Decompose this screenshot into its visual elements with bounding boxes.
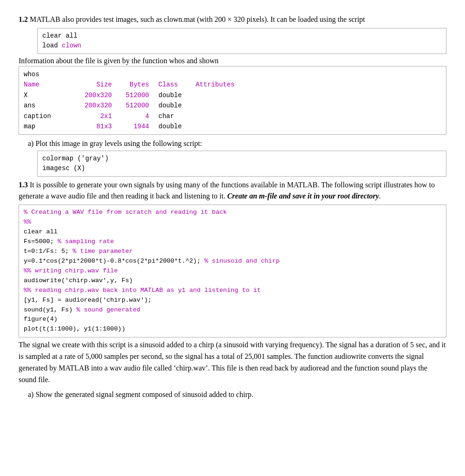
code-block-3: % Creating a WAV file from scratch and r… <box>19 205 446 337</box>
col-hdr-attr: Attributes <box>196 79 251 90</box>
section-13-bold-italic: Create an m-file and save it in your roo… <box>227 192 379 200</box>
code-line-10: [y1, Fs] = audioread('chirp.wav'); <box>24 296 441 305</box>
code-line-9: %% reading chirp.wav back into MATLAB as… <box>24 286 441 296</box>
code-line-7: %% writing chirp.wav file <box>24 266 441 276</box>
section-12-subitem-a: a) Plot this image in gray levels using … <box>28 139 446 148</box>
whos-row-ans: ans 200x320 512000 double <box>24 100 441 111</box>
section-12: 1.2 MATLAB also provides test images, su… <box>19 14 446 177</box>
whos-row-map: map 81x3 1944 double <box>24 121 441 132</box>
section-12-text: MATLAB also provides test images, such a… <box>28 15 365 23</box>
code-block-1: clear all load clown <box>37 28 446 54</box>
code-line-load: load clown <box>42 41 441 51</box>
info-text: Information about the file is given by t… <box>19 57 446 65</box>
whos-header-row: Name Size Bytes Class Attributes <box>24 79 441 90</box>
code-line-4: Fs=5000; % sampling rate <box>24 237 441 247</box>
code-line-6: y=0.1*cos(2*pi*2000*t)-0.8*cos(2*pi*2000… <box>24 257 441 266</box>
section-13-bold: 1.3 <box>19 181 28 189</box>
code-line-3: clear all <box>24 227 441 237</box>
section-13-header: 1.3 It is possible to generate your own … <box>19 179 446 202</box>
code-line-1: % Creating a WAV file from scratch and r… <box>24 208 441 218</box>
section-13-subitem-a: a) Show the generated signal segment com… <box>28 390 446 399</box>
code-line-5: t=0:1/Fs: 5; % time parameter <box>24 247 441 257</box>
code-block-2: colormap ('gray') imagesc (X) <box>37 151 446 177</box>
whos-cmd: whos <box>24 69 441 79</box>
code-line-clear: clear all <box>42 31 441 41</box>
whos-block: whos Name Size Bytes Class Attributes X … <box>19 66 446 135</box>
section-13: 1.3 It is possible to generate your own … <box>19 179 446 398</box>
code-line-13: plot(t(1:1000), y1(1:1000)) <box>24 324 441 334</box>
code-line-8: audiowrite('chirp.wav',y, Fs) <box>24 276 441 286</box>
col-hdr-name: Name <box>24 79 65 90</box>
code-colormap: colormap ('gray') <box>42 154 441 164</box>
code-line-2: %% <box>24 218 441 227</box>
section-13-paragraph: The signal we create with this script is… <box>19 339 446 385</box>
code-line-11: sound(y1, Fs) % sound generated <box>24 305 441 315</box>
col-hdr-size: Size <box>65 79 121 90</box>
section-13-end: . <box>379 192 381 200</box>
col-hdr-bytes: Bytes <box>121 79 158 90</box>
col-hdr-class: Class <box>158 79 196 90</box>
whos-row-caption: caption 2x1 4 char <box>24 111 441 121</box>
whos-row-x: X 200x320 512000 double <box>24 90 441 100</box>
code-line-12: figure(4) <box>24 315 441 324</box>
section-12-bold: 1.2 <box>19 15 28 23</box>
code-imagesc: imagesc (X) <box>42 164 441 173</box>
section-12-header: 1.2 MATLAB also provides test images, su… <box>19 14 446 25</box>
